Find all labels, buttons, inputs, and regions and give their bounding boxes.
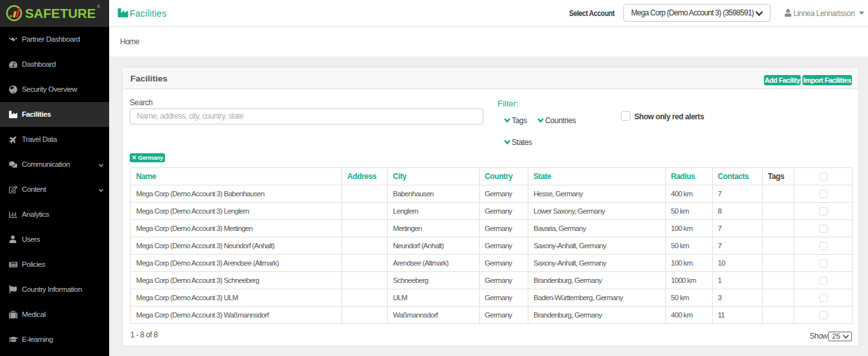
svg-text:®: ®: [97, 4, 101, 9]
svg-text:SAFETURE: SAFETURE: [25, 6, 96, 21]
